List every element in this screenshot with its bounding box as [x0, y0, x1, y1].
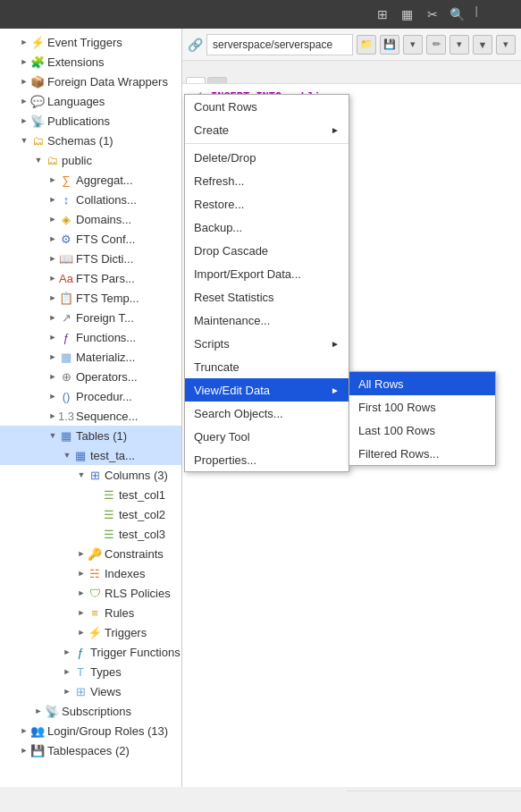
expand-arrow[interactable]: ► [46, 370, 59, 383]
expand-arrow[interactable]: ► [18, 724, 30, 737]
tree-item-operators[interactable]: ►⊕Operators... [0, 367, 181, 386]
tab-query[interactable] [186, 77, 206, 83]
expand-arrow[interactable]: ► [46, 292, 59, 304]
grid-icon[interactable]: ▦ [397, 4, 418, 25]
expand-arrow[interactable]: ► [18, 95, 30, 107]
expand-arrow[interactable]: ► [46, 252, 59, 265]
tree-item-materializ[interactable]: ►▦Materializ... [0, 347, 181, 367]
tree-item-foreign-data-wrappers[interactable]: ►📦Foreign Data Wrappers [0, 72, 181, 91]
ctx-item-scripts[interactable]: Scripts► [185, 332, 349, 355]
tree-item-indexes[interactable]: ►☵Indexes [0, 563, 181, 583]
expand-arrow[interactable]: ► [46, 173, 59, 186]
tree-item-constraints[interactable]: ►🔑Constraints [0, 544, 181, 563]
tree-item-trigger-functions[interactable]: ►ƒTrigger Functions [0, 642, 181, 662]
expand-arrow[interactable]: ► [32, 705, 45, 717]
expand-arrow[interactable]: ► [46, 331, 59, 343]
expand-arrow[interactable]: ► [18, 114, 30, 127]
tree-item-languages[interactable]: ►💬Languages [0, 91, 181, 111]
tree-item-aggregates[interactable]: ►∑Aggregat... [0, 170, 181, 190]
expand-arrow[interactable]: ► [46, 233, 59, 245]
ctx-item-last-100-rows[interactable]: Last 100 Rows [349, 419, 495, 442]
expand-arrow[interactable] [89, 488, 102, 501]
context-menu-2[interactable]: All RowsFirst 100 RowsLast 100 RowsFilte… [349, 371, 496, 466]
expand-arrow[interactable]: ► [18, 55, 30, 68]
ctx-item-delete-drop[interactable]: Delete/Drop [185, 146, 349, 169]
expand-arrow[interactable]: ► [75, 567, 88, 579]
ctx-item-search-objects[interactable]: Search Objects... [185, 402, 349, 425]
expand-arrow[interactable] [89, 528, 102, 540]
expand-arrow[interactable]: ▼ [75, 469, 88, 481]
tree-item-event-triggers[interactable]: ►⚡Event Triggers [0, 32, 181, 52]
expand-arrow[interactable]: ► [46, 213, 59, 225]
ctx-item-refresh[interactable]: Refresh... [185, 169, 349, 192]
tree-item-publications[interactable]: ►📡Publications [0, 111, 181, 131]
tree-item-fts-pars[interactable]: ►AaFTS Pars... [0, 268, 181, 288]
ctx-item-drop-cascade[interactable]: Drop Cascade [185, 239, 349, 262]
expand-arrow[interactable]: ▼ [61, 449, 73, 461]
tree-item-fts-dict[interactable]: ►📖FTS Dicti... [0, 249, 181, 268]
expand-arrow[interactable]: ► [46, 351, 59, 363]
tree-item-tablespaces[interactable]: ►💾Tablespaces (2) [0, 740, 181, 760]
expand-arrow[interactable]: ► [46, 193, 59, 206]
tree-item-views[interactable]: ►⊞Views [0, 681, 181, 701]
ctx-item-create[interactable]: Create► [185, 118, 349, 141]
expand-arrow[interactable]: ► [61, 646, 73, 658]
tree-item-test-col1[interactable]: ☰test_col1 [0, 485, 181, 504]
tree-item-test-col3[interactable]: ☰test_col3 [0, 524, 181, 544]
filter-btn[interactable]: ▼ [473, 35, 492, 55]
ctx-item-all-rows[interactable]: All Rows [349, 372, 495, 395]
sql-label[interactable] [507, 4, 514, 25]
pencil-arrow-btn[interactable]: ▾ [450, 35, 469, 55]
ctx-item-first-100-rows[interactable]: First 100 Rows [349, 395, 495, 419]
expand-arrow[interactable]: ► [75, 587, 88, 599]
tree-item-domains[interactable]: ►◈Domains... [0, 209, 181, 229]
expand-arrow[interactable]: ► [61, 665, 73, 678]
tab-query-history[interactable] [207, 77, 227, 83]
tree-item-sequences[interactable]: ►1.3Sequence... [0, 406, 181, 426]
search-icon[interactable]: 🔍 [447, 4, 468, 25]
tree-item-login-roles[interactable]: ►👥Login/Group Roles (13) [0, 721, 181, 740]
tree-item-subscriptions[interactable]: ►📡Subscriptions [0, 701, 181, 721]
expand-arrow[interactable] [89, 508, 102, 520]
tree-item-columns[interactable]: ▼⊞Columns (3) [0, 465, 181, 485]
tree-item-functions[interactable]: ►ƒFunctions... [0, 327, 181, 347]
tree-item-rls-policies[interactable]: ►🛡RLS Policies [0, 583, 181, 603]
expand-arrow[interactable]: ▼ [46, 429, 59, 442]
ctx-item-maintenance[interactable]: Maintenance... [185, 309, 349, 332]
tree-item-procedures[interactable]: ►()Procedur... [0, 386, 181, 406]
expand-arrow[interactable]: ► [46, 410, 59, 422]
expand-arrow[interactable]: ► [46, 311, 59, 324]
ctx-item-view-edit-data[interactable]: View/Edit Data► [185, 378, 349, 402]
tree-item-collations[interactable]: ►↕Collations... [0, 190, 181, 209]
tree-item-fts-conf[interactable]: ►⚙FTS Conf... [0, 229, 181, 249]
ctx-item-query-tool[interactable]: Query Tool [185, 425, 349, 448]
expand-arrow[interactable]: ► [18, 75, 30, 88]
ctx-item-truncate[interactable]: Truncate [185, 355, 349, 378]
address-input[interactable] [206, 34, 353, 55]
filter-arrow-btn[interactable]: ▾ [496, 35, 516, 55]
context-menu-1[interactable]: Count RowsCreate►Delete/DropRefresh...Re… [184, 94, 349, 472]
tree-item-rules[interactable]: ►≡Rules [0, 603, 181, 622]
save-btn[interactable]: 💾 [380, 35, 399, 55]
tree-item-foreign-t[interactable]: ►↗Foreign T... [0, 308, 181, 327]
tree-item-test-ta[interactable]: ▼▦test_ta... [0, 445, 181, 465]
tree-item-triggers[interactable]: ►⚡Triggers [0, 622, 181, 642]
properties-label[interactable] [496, 4, 503, 25]
expand-arrow[interactable]: ▼ [32, 154, 45, 166]
tree-item-extensions[interactable]: ►🧩Extensions [0, 52, 181, 72]
tree-item-schemas[interactable]: ▼🗂Schemas (1) [0, 131, 181, 150]
expand-arrow[interactable]: ► [18, 36, 30, 48]
expand-arrow[interactable]: ► [46, 272, 59, 284]
tree-item-public[interactable]: ▼🗂public [0, 150, 181, 170]
ctx-item-reset-statistics[interactable]: Reset Statistics [185, 285, 349, 309]
expand-arrow[interactable]: ► [75, 626, 88, 639]
expand-arrow[interactable]: ► [61, 685, 73, 698]
tree-item-test-col2[interactable]: ☰test_col2 [0, 504, 181, 524]
expand-arrow[interactable]: ► [75, 606, 88, 619]
expand-arrow[interactable]: ► [18, 744, 30, 757]
expand-arrow[interactable]: ► [75, 547, 88, 560]
tree-item-tables[interactable]: ▼▦Tables (1) [0, 426, 181, 445]
tree-item-types[interactable]: ►TTypes [0, 662, 181, 681]
expand-arrow[interactable]: ▼ [18, 134, 30, 147]
ctx-item-properties[interactable]: Properties... [185, 448, 349, 471]
